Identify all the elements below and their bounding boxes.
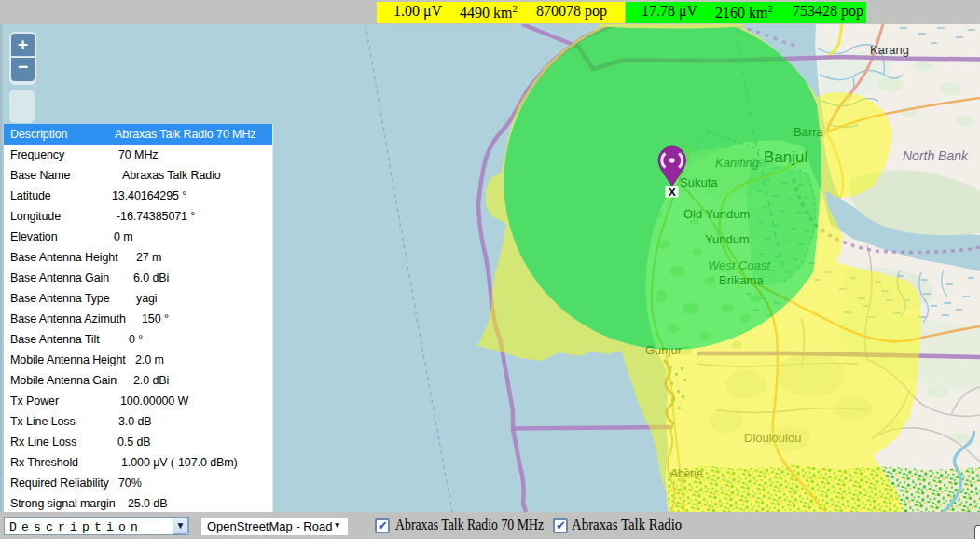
svg-text:X: X	[669, 187, 676, 198]
svg-text:North Bank: North Bank	[903, 148, 969, 163]
svg-text:Karang: Karang	[870, 43, 909, 57]
